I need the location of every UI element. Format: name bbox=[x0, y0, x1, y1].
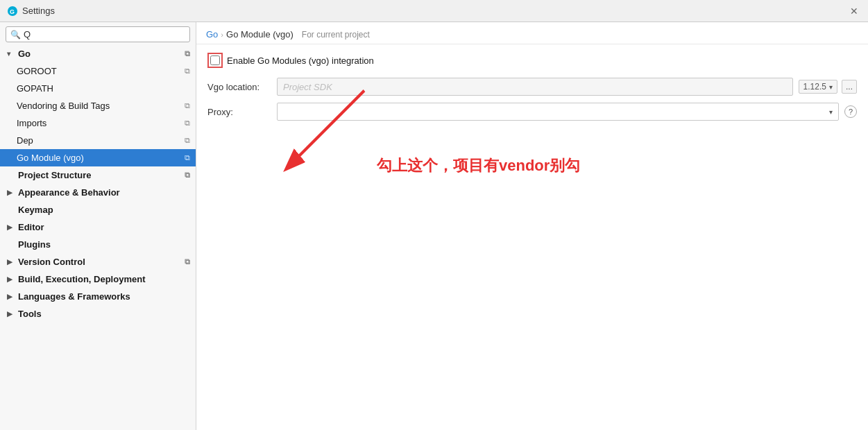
copy-icon-projectstructure: ⧉ bbox=[185, 171, 190, 180]
sidebar-item-label: Editor bbox=[18, 222, 44, 232]
enable-row: Enable Go Modules (vgo) integration bbox=[207, 53, 857, 68]
breadcrumb: Go › Go Module (vgo) For current project bbox=[196, 22, 868, 44]
sidebar-item-label: GOROOT bbox=[17, 66, 57, 76]
sidebar-item-go[interactable]: ▾ Go ⧉ bbox=[0, 45, 196, 62]
search-box[interactable]: 🔍 bbox=[6, 26, 190, 42]
copy-icon-go: ⧉ bbox=[185, 49, 190, 58]
sidebar-item-gomodule[interactable]: Go Module (vgo) ⧉ bbox=[0, 149, 196, 166]
expand-icon-tools: ▶ bbox=[7, 310, 17, 318]
sidebar-item-goroot[interactable]: GOROOT ⧉ bbox=[0, 62, 196, 80]
proxy-input[interactable]: ▾ bbox=[277, 103, 839, 121]
vgo-location-input[interactable]: Project SDK bbox=[277, 78, 793, 96]
svg-text:G: G bbox=[10, 8, 15, 15]
sidebar-item-label: Imports bbox=[17, 118, 46, 128]
proxy-dropdown-arrow: ▾ bbox=[829, 108, 833, 116]
proxy-label: Proxy: bbox=[207, 107, 277, 117]
sidebar-item-label: Go Module (vgo) bbox=[17, 153, 84, 163]
sidebar-item-label: Vendoring & Build Tags bbox=[17, 101, 110, 111]
enable-label: Enable Go Modules (vgo) integration bbox=[227, 55, 374, 66]
version-value: 1.12.5 bbox=[803, 82, 826, 92]
annotation-text: 勾上这个，项目有vendor别勾 bbox=[377, 155, 580, 176]
sidebar-item-build[interactable]: ▶ Build, Execution, Deployment bbox=[0, 270, 196, 288]
search-input[interactable] bbox=[24, 29, 185, 40]
settings-form: Enable Go Modules (vgo) integration Vgo … bbox=[196, 44, 868, 430]
sidebar-item-projectstructure[interactable]: Project Structure ⧉ bbox=[0, 166, 196, 184]
vgo-location-row: Vgo location: Project SDK 1.12.5 ▾ ... bbox=[207, 78, 857, 96]
expand-icon-build: ▶ bbox=[7, 275, 17, 283]
sidebar-item-appearance[interactable]: ▶ Appearance & Behavior bbox=[0, 184, 196, 201]
sidebar-item-editor[interactable]: ▶ Editor bbox=[0, 218, 196, 236]
expand-icon-vc: ▶ bbox=[7, 258, 17, 266]
expand-icon-go: ▾ bbox=[7, 50, 17, 58]
title-bar: G Settings ✕ bbox=[0, 0, 868, 22]
enable-checkbox[interactable] bbox=[210, 55, 220, 65]
expand-icon-appearance: ▶ bbox=[7, 189, 17, 196]
proxy-row: Proxy: ▾ ? bbox=[207, 103, 857, 121]
sidebar-item-dep[interactable]: Dep ⧉ bbox=[0, 132, 196, 149]
breadcrumb-gomodule: Go Module (vgo) bbox=[226, 29, 293, 40]
copy-icon-gomodule: ⧉ bbox=[185, 153, 190, 162]
copy-icon-goroot: ⧉ bbox=[185, 67, 190, 76]
app-icon: G bbox=[7, 6, 18, 17]
vgo-version-select[interactable]: 1.12.5 ▾ bbox=[799, 80, 837, 94]
sidebar-item-imports[interactable]: Imports ⧉ bbox=[0, 114, 196, 132]
expand-icon-editor: ▶ bbox=[7, 223, 17, 231]
copy-icon-dep: ⧉ bbox=[185, 136, 190, 145]
sidebar-item-label: Version Control bbox=[18, 257, 85, 267]
proxy-help[interactable]: ? bbox=[844, 105, 857, 118]
vgo-location-placeholder: Project SDK bbox=[283, 82, 332, 92]
sidebar-item-plugins[interactable]: Plugins bbox=[0, 236, 196, 253]
version-dropdown-arrow: ▾ bbox=[829, 83, 833, 91]
for-current-project[interactable]: For current project bbox=[302, 30, 370, 40]
sidebar-item-label: Keymap bbox=[18, 205, 53, 215]
sidebar-item-vendoring[interactable]: Vendoring & Build Tags ⧉ bbox=[0, 97, 196, 114]
sidebar-item-label: Tools bbox=[18, 309, 42, 319]
sidebar-item-label: Dep bbox=[17, 135, 33, 146]
breadcrumb-sep: › bbox=[221, 31, 223, 39]
expand-icon-lang: ▶ bbox=[7, 293, 17, 300]
sidebar-item-label: GOPATH bbox=[17, 83, 53, 94]
window-title: Settings bbox=[22, 6, 847, 16]
sidebar-item-label: Project Structure bbox=[18, 170, 91, 180]
search-icon: 🔍 bbox=[10, 30, 21, 40]
close-button[interactable]: ✕ bbox=[847, 6, 861, 17]
vgo-location-label: Vgo location: bbox=[207, 82, 277, 92]
sidebar: 🔍 ▾ Go ⧉ GOROOT ⧉ GOPATH Vendoring & Bui… bbox=[0, 22, 196, 430]
enable-checkbox-border bbox=[207, 53, 223, 68]
sidebar-item-gopath[interactable]: GOPATH bbox=[0, 80, 196, 97]
content-area: Go › Go Module (vgo) For current project… bbox=[196, 22, 868, 430]
sidebar-item-label: Build, Execution, Deployment bbox=[18, 274, 145, 284]
copy-icon-imports: ⧉ bbox=[185, 119, 190, 128]
sidebar-item-keymap[interactable]: Keymap bbox=[0, 201, 196, 218]
sidebar-item-languages[interactable]: ▶ Languages & Frameworks bbox=[0, 288, 196, 305]
sidebar-item-label: Plugins bbox=[18, 239, 51, 250]
sidebar-item-label: Languages & Frameworks bbox=[18, 291, 130, 302]
breadcrumb-go[interactable]: Go bbox=[206, 29, 218, 40]
sidebar-item-versioncontrol[interactable]: ▶ Version Control ⧉ bbox=[0, 253, 196, 270]
copy-icon-vc: ⧉ bbox=[185, 257, 190, 266]
sidebar-item-label: Appearance & Behavior bbox=[18, 187, 120, 198]
sidebar-item-tools[interactable]: ▶ Tools bbox=[0, 305, 196, 322]
sidebar-item-label: Go bbox=[18, 49, 31, 59]
copy-icon-vendoring: ⧉ bbox=[185, 101, 190, 110]
vgo-dots-button[interactable]: ... bbox=[842, 80, 857, 94]
